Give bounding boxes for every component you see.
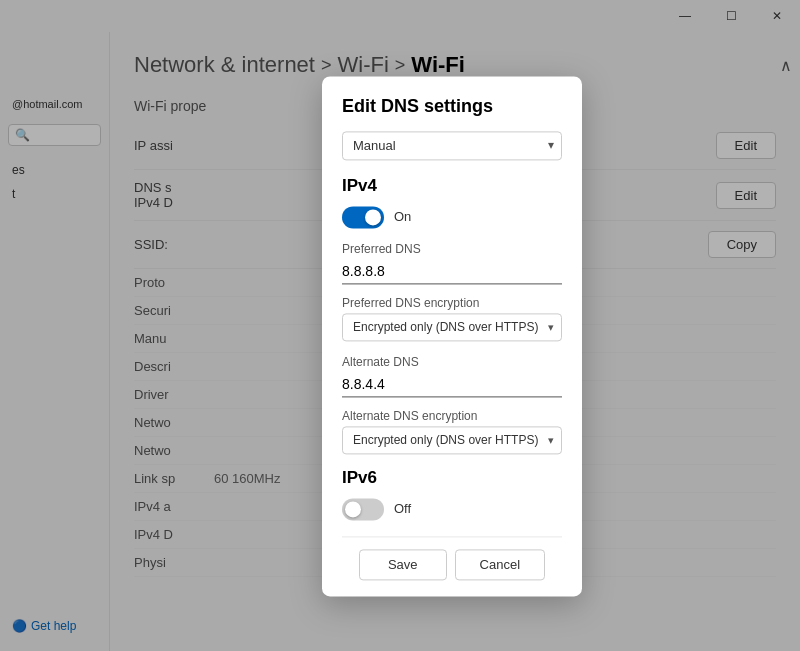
alternate-dns-label: Alternate DNS bbox=[342, 355, 562, 369]
ipv6-toggle-row: Off bbox=[342, 498, 562, 520]
ipv4-toggle[interactable] bbox=[342, 206, 384, 228]
preferred-enc-select[interactable]: Encrypted only (DNS over HTTPS) Unencryp… bbox=[342, 313, 562, 341]
preferred-enc-wrap: Encrypted only (DNS over HTTPS) Unencryp… bbox=[342, 313, 562, 341]
mode-dropdown-wrap: Manual Automatic ▾ bbox=[342, 131, 562, 160]
dialog-footer: Save Cancel bbox=[342, 536, 562, 580]
dialog-title: Edit DNS settings bbox=[342, 96, 562, 117]
preferred-dns-input[interactable] bbox=[342, 259, 562, 284]
ipv4-toggle-label: On bbox=[394, 209, 411, 224]
cancel-button[interactable]: Cancel bbox=[455, 549, 545, 580]
ipv4-heading: IPv4 bbox=[342, 176, 562, 196]
ipv6-toggle[interactable] bbox=[342, 498, 384, 520]
save-button[interactable]: Save bbox=[359, 549, 447, 580]
ipv6-toggle-thumb bbox=[345, 501, 361, 517]
ipv4-toggle-row: On bbox=[342, 206, 562, 228]
alternate-enc-label: Alternate DNS encryption bbox=[342, 409, 562, 423]
preferred-dns-label: Preferred DNS bbox=[342, 242, 562, 256]
alternate-dns-input[interactable] bbox=[342, 372, 562, 397]
alternate-enc-select[interactable]: Encrypted only (DNS over HTTPS) Unencryp… bbox=[342, 426, 562, 454]
ipv6-toggle-label: Off bbox=[394, 501, 411, 516]
ipv6-heading: IPv6 bbox=[342, 468, 562, 488]
edit-dns-dialog: Edit DNS settings Manual Automatic ▾ IPv… bbox=[322, 76, 582, 596]
preferred-enc-label: Preferred DNS encryption bbox=[342, 296, 562, 310]
alternate-enc-wrap: Encrypted only (DNS over HTTPS) Unencryp… bbox=[342, 426, 562, 454]
ipv4-toggle-thumb bbox=[365, 209, 381, 225]
mode-select[interactable]: Manual Automatic bbox=[342, 131, 562, 160]
